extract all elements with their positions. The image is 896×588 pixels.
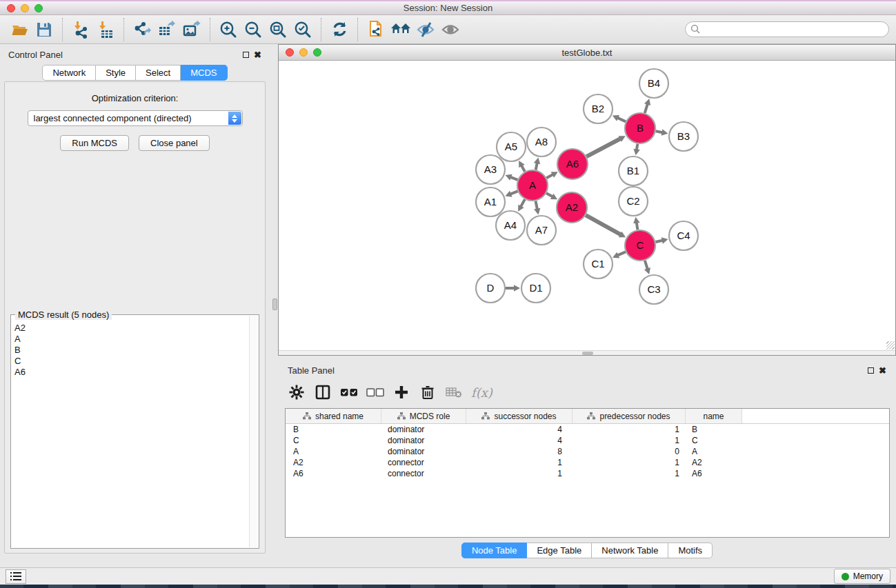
zoom-selected-icon[interactable] bbox=[290, 17, 315, 42]
namespace-icon bbox=[587, 412, 595, 420]
table-row[interactable]: Adominator80A bbox=[286, 446, 889, 457]
tab-node-table[interactable]: Node Table bbox=[461, 543, 528, 558]
graph-node-A4[interactable]: A4 bbox=[496, 211, 525, 240]
graph-node-C[interactable]: C bbox=[625, 230, 655, 261]
status-bar: Memory bbox=[0, 567, 896, 585]
float-panel-icon[interactable] bbox=[243, 52, 249, 58]
svg-text:A5: A5 bbox=[505, 141, 517, 152]
column-header-predecessor-nodes[interactable]: predecessor nodes bbox=[573, 409, 686, 423]
hide-eye-icon[interactable] bbox=[413, 17, 438, 42]
home-pages-icon[interactable] bbox=[388, 17, 413, 42]
network-canvas[interactable]: B4B2BB3A5A8A6A3B1AA1C2A2A4A7C4CC1DD1C3 bbox=[279, 61, 895, 350]
svg-text:A1: A1 bbox=[484, 196, 497, 207]
network-hscrollbar[interactable] bbox=[279, 350, 895, 355]
graph-node-A1[interactable]: A1 bbox=[476, 187, 505, 216]
close-panel-icon[interactable]: ✖ bbox=[254, 52, 261, 58]
search-field[interactable] bbox=[685, 21, 889, 37]
export-image-icon[interactable] bbox=[179, 17, 204, 42]
graph-node-C1[interactable]: C1 bbox=[584, 250, 613, 278]
zoom-in-icon[interactable] bbox=[216, 17, 241, 42]
tab-mcds[interactable]: MCDS bbox=[181, 65, 227, 81]
graph-node-D[interactable]: D bbox=[476, 274, 505, 303]
close-table-panel-icon[interactable]: ✖ bbox=[879, 367, 886, 374]
table-row[interactable]: Bdominator41B bbox=[286, 424, 889, 435]
delete-table-icon[interactable] bbox=[442, 381, 466, 404]
import-table-icon[interactable] bbox=[93, 17, 118, 42]
settings-gear-icon[interactable] bbox=[285, 381, 308, 404]
column-header-shared-name[interactable]: shared name bbox=[286, 409, 381, 423]
export-table-icon[interactable] bbox=[155, 17, 179, 42]
task-history-button[interactable] bbox=[6, 569, 26, 584]
save-session-icon[interactable] bbox=[32, 17, 57, 42]
network-graph[interactable]: B4B2BB3A5A8A6A3B1AA1C2A2A4A7C4CC1DD1C3 bbox=[279, 61, 895, 350]
function-builder-icon[interactable]: f(x) bbox=[471, 385, 492, 400]
titlebar: Session: New Session bbox=[0, 0, 896, 15]
result-item[interactable]: C bbox=[12, 356, 249, 367]
run-mcds-button[interactable]: Run MCDS bbox=[60, 135, 129, 151]
graph-node-A5[interactable]: A5 bbox=[497, 132, 526, 161]
delete-columns-icon[interactable] bbox=[416, 381, 439, 404]
tab-network-table[interactable]: Network Table bbox=[592, 543, 668, 558]
tab-network[interactable]: Network bbox=[42, 65, 96, 81]
deselect-all-columns-icon[interactable] bbox=[364, 381, 387, 404]
select-all-columns-icon[interactable] bbox=[337, 381, 361, 404]
search-input[interactable] bbox=[701, 22, 888, 37]
graph-node-A7[interactable]: A7 bbox=[527, 216, 556, 245]
tab-select[interactable]: Select bbox=[136, 65, 181, 81]
result-item[interactable]: A bbox=[12, 334, 249, 345]
result-item[interactable]: A6 bbox=[12, 367, 249, 378]
show-eye-icon[interactable] bbox=[438, 17, 463, 42]
close-panel-button[interactable]: Close panel bbox=[139, 135, 210, 151]
zoom-out-icon[interactable] bbox=[241, 17, 266, 42]
graph-node-A2[interactable]: A2 bbox=[557, 192, 587, 223]
graph-node-C4[interactable]: C4 bbox=[669, 221, 698, 250]
export-network-icon[interactable] bbox=[130, 17, 155, 42]
table-header-row: shared name MCDS role successor nodes pr… bbox=[286, 409, 889, 424]
refresh-layout-icon[interactable] bbox=[327, 17, 352, 42]
optimization-criterion-label: Optimization criterion: bbox=[5, 93, 265, 103]
network-from-document-icon[interactable] bbox=[364, 17, 388, 42]
graph-node-C3[interactable]: C3 bbox=[639, 275, 668, 304]
float-table-panel-icon[interactable] bbox=[868, 367, 874, 374]
toolbar-separator bbox=[62, 18, 63, 41]
column-header-name[interactable]: name bbox=[686, 409, 742, 423]
graph-node-B1[interactable]: B1 bbox=[619, 156, 648, 185]
tab-edge-table[interactable]: Edge Table bbox=[527, 543, 592, 558]
svg-text:B4: B4 bbox=[648, 77, 660, 89]
memory-button[interactable]: Memory bbox=[834, 569, 890, 584]
result-scrollbar[interactable] bbox=[249, 316, 258, 547]
graph-node-A8[interactable]: A8 bbox=[527, 128, 556, 156]
graph-node-D1[interactable]: D1 bbox=[521, 274, 550, 303]
graph-node-A6[interactable]: A6 bbox=[557, 149, 588, 179]
tab-motifs[interactable]: Motifs bbox=[668, 543, 713, 558]
column-header-mcds-role[interactable]: MCDS role bbox=[381, 409, 466, 423]
graph-node-A3[interactable]: A3 bbox=[476, 155, 505, 184]
show-columns-icon[interactable] bbox=[311, 381, 335, 404]
add-column-icon[interactable] bbox=[390, 381, 413, 404]
node-table: shared name MCDS role successor nodes pr… bbox=[285, 408, 890, 538]
zoom-fit-icon[interactable] bbox=[266, 17, 290, 42]
splitter-handle[interactable] bbox=[272, 298, 277, 310]
result-item[interactable]: B bbox=[12, 345, 249, 356]
tab-style[interactable]: Style bbox=[96, 65, 136, 81]
network-window-title: testGlobe.txt bbox=[279, 48, 895, 58]
criterion-dropdown[interactable]: largest connected component (directed) bbox=[28, 110, 243, 126]
result-item[interactable]: A2 bbox=[12, 323, 249, 334]
svg-text:D1: D1 bbox=[529, 282, 542, 294]
table-row[interactable]: A2connector11A2 bbox=[286, 457, 889, 468]
graph-node-B2[interactable]: B2 bbox=[584, 94, 613, 123]
graph-node-A[interactable]: A bbox=[517, 170, 548, 201]
import-network-icon[interactable] bbox=[68, 17, 93, 42]
graph-node-B[interactable]: B bbox=[625, 113, 655, 143]
svg-text:C4: C4 bbox=[677, 230, 690, 241]
graph-node-B4[interactable]: B4 bbox=[639, 69, 668, 98]
graph-node-B3[interactable]: B3 bbox=[669, 122, 698, 151]
graph-node-C2[interactable]: C2 bbox=[619, 187, 648, 216]
column-header-successor-nodes[interactable]: successor nodes bbox=[466, 409, 573, 423]
network-window-titlebar: testGlobe.txt bbox=[279, 45, 895, 61]
mcds-result-list[interactable]: A2ABCA6 bbox=[12, 316, 249, 547]
open-session-icon[interactable] bbox=[7, 17, 32, 42]
table-row[interactable]: Cdominator41C bbox=[286, 435, 889, 446]
table-row[interactable]: A6connector11A6 bbox=[286, 468, 889, 479]
resize-grip-icon[interactable] bbox=[886, 341, 895, 349]
